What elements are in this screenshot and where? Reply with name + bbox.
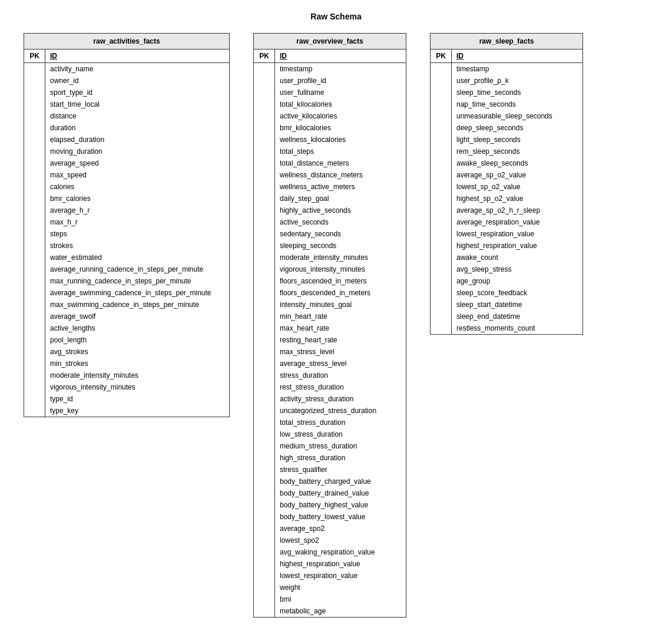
table-row: sport_type_id bbox=[24, 87, 229, 98]
field-name: pool_length bbox=[45, 334, 91, 346]
field-name: average_swolf bbox=[45, 311, 100, 322]
field-name: sleep_end_datetime bbox=[452, 311, 525, 322]
row-spacer bbox=[254, 263, 275, 275]
row-spacer bbox=[254, 417, 275, 428]
row-spacer bbox=[431, 287, 452, 299]
row-spacer bbox=[24, 311, 45, 322]
table-row: bmi bbox=[254, 593, 406, 605]
table-row: average_sp_o2_h_r_sleep bbox=[431, 204, 582, 216]
row-spacer bbox=[254, 428, 275, 440]
table-row: max_heart_rate bbox=[254, 322, 406, 334]
field-name: strokes bbox=[45, 240, 78, 252]
field-name: body_battery_highest_value bbox=[275, 499, 373, 511]
table-row: timestamp bbox=[431, 63, 582, 75]
table-row: average_swimming_cadence_in_steps_per_mi… bbox=[24, 287, 229, 299]
row-spacer bbox=[431, 193, 452, 204]
field-name: wellness_kilocalories bbox=[275, 134, 350, 146]
field-name: average_swimming_cadence_in_steps_per_mi… bbox=[45, 287, 216, 299]
row-spacer bbox=[254, 440, 275, 452]
field-name: lowest_respiration_value bbox=[452, 228, 539, 240]
field-name: bmr_kilocalories bbox=[275, 122, 336, 134]
table-row: user_profile_id bbox=[254, 75, 406, 87]
field-name: bmr_calories bbox=[45, 193, 95, 204]
field-name: active_seconds bbox=[275, 216, 333, 228]
row-spacer bbox=[24, 346, 45, 358]
row-spacer bbox=[431, 275, 452, 287]
table-row: weight bbox=[254, 582, 406, 593]
row-spacer bbox=[431, 87, 452, 98]
table-row: max_speed bbox=[24, 169, 229, 181]
table-row: floors_ascended_in_meters bbox=[254, 275, 406, 287]
row-spacer bbox=[254, 346, 275, 358]
field-name: avg_waking_respiration_value bbox=[275, 546, 379, 558]
field-name: uncategorized_stress_duration bbox=[275, 405, 381, 417]
table-row: metabolic_age bbox=[254, 605, 406, 617]
field-name: floors_descended_in_meters bbox=[275, 287, 375, 299]
field-name: unmeasurable_sleep_seconds bbox=[452, 110, 557, 122]
table-row: distance bbox=[24, 110, 229, 122]
row-spacer bbox=[254, 157, 275, 169]
table-raw-activities-facts: raw_activities_facts PK ID activity_name… bbox=[24, 33, 230, 417]
field-name: user_profile_p_k bbox=[452, 75, 514, 87]
table-header-activities: raw_activities_facts bbox=[24, 34, 229, 49]
table-row: pool_length bbox=[24, 334, 229, 346]
field-name: low_stress_duration bbox=[275, 428, 347, 440]
table-row: active_kilocalories bbox=[254, 110, 406, 122]
field-name: owner_id bbox=[45, 75, 84, 87]
field-name: moderate_intensity_minutes bbox=[45, 369, 143, 381]
schema-container: raw_activities_facts PK ID activity_name… bbox=[12, 33, 660, 618]
table-row: max_stress_level bbox=[254, 346, 406, 358]
table-row: type_id bbox=[24, 393, 229, 405]
table-row: duration bbox=[24, 122, 229, 134]
row-spacer bbox=[24, 204, 45, 216]
field-name: stress_qualifier bbox=[275, 464, 332, 476]
row-spacer bbox=[254, 582, 275, 593]
row-spacer bbox=[254, 546, 275, 558]
field-name: lowest_sp_o2_value bbox=[452, 181, 525, 193]
table-row: avg_sleep_stress bbox=[431, 263, 582, 275]
table-row: bmr_kilocalories bbox=[254, 122, 406, 134]
field-name: metabolic_age bbox=[275, 605, 330, 617]
field-name: average_sp_o2_h_r_sleep bbox=[452, 204, 545, 216]
field-name: resting_heart_rate bbox=[275, 334, 342, 346]
row-spacer bbox=[431, 299, 452, 311]
row-spacer bbox=[254, 358, 275, 369]
table-row: sedentary_seconds bbox=[254, 228, 406, 240]
table-row: wellness_active_meters bbox=[254, 181, 406, 193]
page-title: Raw Schema bbox=[12, 12, 660, 21]
pk-label-overview: PK bbox=[254, 49, 275, 62]
field-name: distance bbox=[45, 110, 81, 122]
table-row: active_seconds bbox=[254, 216, 406, 228]
table-row: high_stress_duration bbox=[254, 452, 406, 464]
field-name: max_speed bbox=[45, 169, 91, 181]
field-name: lowest_spo2 bbox=[275, 534, 324, 546]
table-row: type_key bbox=[24, 405, 229, 417]
row-spacer bbox=[431, 311, 452, 322]
table-row: sleep_score_feedback bbox=[431, 287, 582, 299]
table-row: average_spo2 bbox=[254, 523, 406, 534]
row-spacer bbox=[254, 228, 275, 240]
table-row: nap_time_seconds bbox=[431, 98, 582, 110]
row-spacer bbox=[254, 311, 275, 322]
field-name: age_group bbox=[452, 275, 495, 287]
row-spacer bbox=[254, 110, 275, 122]
table-row: wellness_kilocalories bbox=[254, 134, 406, 146]
field-name: highly_active_seconds bbox=[275, 204, 356, 216]
table-row: strokes bbox=[24, 240, 229, 252]
row-spacer bbox=[254, 464, 275, 476]
row-spacer bbox=[431, 240, 452, 252]
field-name: total_steps bbox=[275, 146, 319, 157]
row-spacer bbox=[24, 87, 45, 98]
pk-label-activities: PK bbox=[24, 49, 45, 62]
table-row: user_profile_p_k bbox=[431, 75, 582, 87]
row-spacer bbox=[24, 393, 45, 405]
field-name: deep_sleep_seconds bbox=[452, 122, 528, 134]
row-spacer bbox=[431, 157, 452, 169]
row-spacer bbox=[24, 275, 45, 287]
field-name: weight bbox=[275, 582, 305, 593]
row-spacer bbox=[254, 252, 275, 263]
table-row: highest_respiration_value bbox=[431, 240, 582, 252]
row-spacer bbox=[24, 287, 45, 299]
row-spacer bbox=[431, 75, 452, 87]
table-row: age_group bbox=[431, 275, 582, 287]
